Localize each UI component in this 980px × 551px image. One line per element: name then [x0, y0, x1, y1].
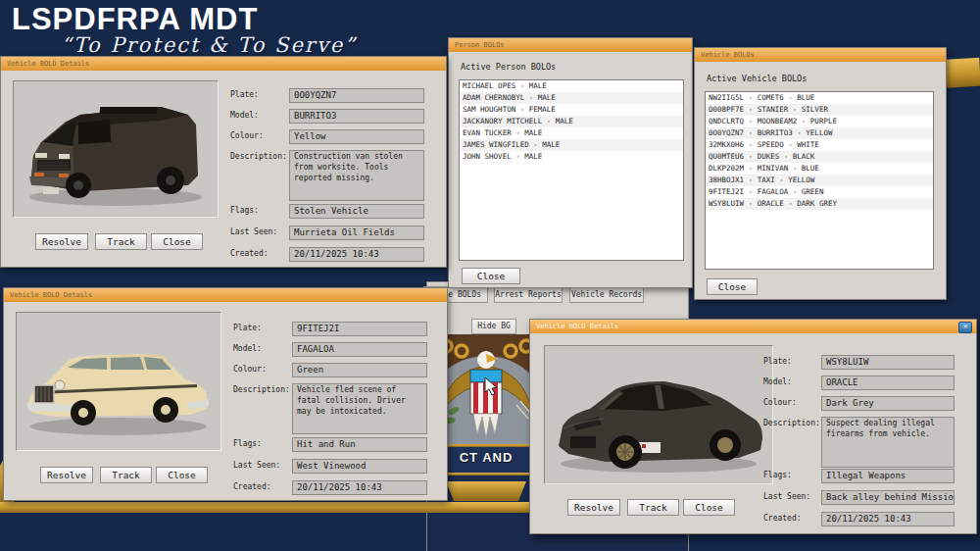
plate-value[interactable]: 9FITEJ2I [292, 322, 427, 336]
vehicle-bolo-item[interactable]: 32MKX0H6 - SPEEDO - WHITE [706, 139, 933, 151]
app-tagline: “To Protect & To Serve” [61, 33, 357, 57]
sedan-image [545, 346, 772, 483]
vehicle-bolo-item[interactable]: 38HBOJX1 - TAXI - YELLOW [706, 175, 933, 186]
van-image [14, 81, 218, 217]
person-bolos-window: Person BOLOs Active Person BOLOs MICHAEL… [448, 37, 693, 288]
description-value[interactable]: Suspect dealing illegal firearms from ve… [821, 417, 955, 468]
colour-value[interactable]: Dark Grey [821, 396, 955, 411]
vehicle-bolo-item[interactable]: WSY8LUIW - ORACLE - DARK GREY [706, 198, 933, 210]
colour-label: Colour: [763, 398, 797, 407]
last-seen-value[interactable]: Back alley behind Mission Row [821, 490, 955, 505]
close-window-icon[interactable]: ✕ [958, 322, 972, 333]
vehicle-bolos-list[interactable]: NW2IIG5L - COMET6 - BLUEO008PF7E - STANI… [705, 91, 934, 270]
description-label: Description: [233, 385, 290, 394]
close-button[interactable]: Close [683, 499, 735, 516]
model-label: Model: [230, 111, 259, 120]
model-label: Model: [233, 344, 262, 353]
created-label: Created: [763, 514, 802, 523]
model-value[interactable]: BURRITO3 [289, 109, 424, 124]
person-bolo-item[interactable]: JACKANORY MITCHELL - MALE [460, 116, 683, 127]
description-label: Description: [763, 419, 820, 427]
plate-label: Plate: [233, 324, 262, 332]
person-bolos-list[interactable]: MICHAEL OPES - MALEADAM CHERNOBYL - MALE… [459, 79, 684, 261]
vehicle-bolos-window: Vehicle BOLOs Active Vehicle BOLOs NW2II… [694, 47, 947, 300]
plate-value[interactable]: WSY8LUIW [821, 355, 955, 370]
background-gold-ribbon-bottom [0, 502, 539, 513]
vehicle-bolo-details-window-fagaloa: Vehicle BOLO Details Plate: 9FITEJ2I Mod… [3, 287, 448, 501]
mouse-cursor [483, 376, 499, 400]
created-label: Created: [230, 249, 269, 258]
description-label: Description: [230, 152, 287, 161]
track-button[interactable]: Track [95, 233, 147, 250]
app-title: LSPDFRPA MDT [12, 2, 258, 37]
model-value[interactable]: FAGALOA [292, 342, 427, 357]
eagle-seal-icon [438, 334, 534, 551]
vehicle-bolo-item[interactable]: QNDCLRTQ - MOONBEAM2 - PURPLE [706, 116, 933, 127]
close-button[interactable]: Close [156, 467, 208, 483]
window-title: Person BOLOs [455, 41, 505, 49]
colour-label: Colour: [230, 131, 264, 140]
last-seen-value[interactable]: Murrieta Oil Fields [289, 225, 424, 240]
person-bolo-item[interactable]: ADAM CHERNOBYL - MALE [460, 92, 683, 104]
flags-value[interactable]: Stolen Vehicle [289, 204, 424, 219]
person-bolo-item[interactable]: JOHN SHOVEL - MALE [460, 151, 683, 163]
person-bolo-item[interactable]: MICHAEL OPES - MALE [460, 80, 683, 92]
colour-value[interactable]: Green [292, 363, 427, 377]
window-titlebar[interactable]: Vehicle BOLO Details [1, 57, 446, 71]
flags-value[interactable]: Hit and Run [292, 437, 427, 452]
vehicle-bolo-item[interactable]: 9FITEJ2I - FAGALOA - GREEN [706, 186, 933, 198]
window-title: Vehicle BOLO Details [10, 291, 92, 299]
window-titlebar[interactable]: Person BOLOs [449, 38, 692, 52]
track-button[interactable]: Track [100, 467, 152, 483]
vehicle-bolo-item[interactable]: DLKP202M - MINIVAN - BLUE [706, 163, 933, 175]
window-titlebar[interactable]: Vehicle BOLO Details ✕ [530, 320, 976, 333]
model-value[interactable]: ORACLE [821, 376, 955, 390]
hide-bg-button[interactable]: Hide BG [471, 319, 516, 334]
window-titlebar[interactable]: Vehicle BOLOs [695, 48, 946, 62]
vehicle-photo-wagon [16, 312, 221, 451]
resolve-button[interactable]: Resolve [40, 467, 93, 483]
vehicle-bolo-item[interactable]: 0O0YQZN7 - BURRITO3 - YELLOW [706, 127, 933, 139]
vehicle-bolo-details-window-burrito: Vehicle BOLO Details Plate: 0O0YQZN7 Mod… [0, 56, 447, 268]
window-title: Vehicle BOLO Details [536, 323, 618, 330]
person-bolo-item[interactable]: EVAN TUCKER - MALE [460, 127, 683, 139]
flags-label: Flags: [230, 206, 259, 215]
description-value[interactable]: Vehicle fled scene of fatal collision. D… [292, 383, 427, 434]
track-button[interactable]: Track [627, 499, 679, 516]
person-bolo-item[interactable]: SAM HOUGHTON - FEMALE [460, 104, 683, 116]
close-button[interactable]: Close [462, 268, 520, 284]
vehicle-bolo-item[interactable]: QU0MTEU6 - DUKES - BLACK [706, 151, 933, 163]
close-button[interactable]: Close [151, 233, 203, 250]
window-titlebar[interactable]: Vehicle BOLO Details [4, 288, 447, 302]
close-button[interactable]: Close [707, 278, 758, 295]
window-title: Vehicle BOLO Details [7, 60, 89, 68]
plate-label: Plate: [230, 90, 259, 99]
vehicle-photo-sedan [544, 345, 773, 484]
vehicle-photo-van [13, 80, 219, 218]
person-bolo-item[interactable]: JAMES WINGFILED - MALE [460, 139, 683, 151]
flags-label: Flags: [233, 439, 262, 448]
created-label: Created: [233, 482, 271, 491]
created-value[interactable]: 20/11/2025 10:43 [292, 480, 427, 495]
resolve-button[interactable]: Resolve [35, 233, 88, 250]
flags-value[interactable]: Illegal Weapons [821, 469, 955, 483]
tab-vehicle-records[interactable]: Vehicle Records [569, 286, 644, 303]
seal-banner-text: CT AND [438, 450, 534, 465]
vehicle-bolo-item[interactable]: O008PF7E - STANIER - SILVER [706, 104, 933, 116]
last-seen-label: Last Seen: [230, 227, 277, 236]
vehicle-bolo-item[interactable]: NW2IIG5L - COMET6 - BLUE [706, 92, 933, 104]
wagon-image [17, 313, 220, 450]
colour-value[interactable]: Yellow [289, 129, 424, 144]
colour-label: Colour: [233, 365, 267, 374]
tab-arrest-reports[interactable]: Arrest Reports [494, 286, 563, 303]
description-value[interactable]: Construction van stolen from worksite. T… [289, 150, 424, 201]
person-bolos-heading: Active Person BOLOs [461, 62, 556, 72]
plate-value[interactable]: 0O0YQZN7 [289, 88, 424, 103]
window-title: Vehicle BOLOs [701, 51, 755, 59]
plate-label: Plate: [763, 357, 792, 366]
created-value[interactable]: 20/11/2025 10:43 [821, 512, 955, 526]
created-value[interactable]: 20/11/2025 10:43 [289, 247, 424, 262]
last-seen-value[interactable]: West Vinewood [292, 459, 427, 474]
resolve-button[interactable]: Resolve [567, 499, 620, 516]
last-seen-label: Last Seen: [763, 492, 810, 501]
